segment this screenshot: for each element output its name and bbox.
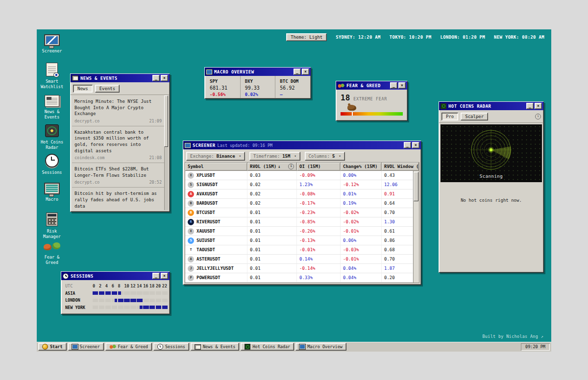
taskbar-button-screener[interactable]: Screener [68,343,104,351]
minimize-button[interactable]: _ [294,69,301,75]
sessions-titlebar[interactable]: SESSIONS _ × [61,272,170,280]
filter-exchange[interactable]: Exchange:Binance▾ [186,152,245,161]
column-header-rvol-window-15m[interactable]: RVOL Window (15M)i [382,163,419,171]
clock-icon [157,344,163,350]
session-block [149,291,155,295]
taskbar-button-fear-greed[interactable]: Fear & Greed [105,343,152,351]
column-header-rvol-15m[interactable]: RVOL (15M)↓i [247,163,297,171]
close-button[interactable]: × [161,273,168,279]
fear-greed-label: EXTREME FEAR [353,96,387,101]
table-row[interactable]: SSIGNUSDT0.021.23%-0.12%12.06 [185,180,413,190]
window-screener: SCREENER Last updated: 09:16 PM _ × Exch… [183,141,421,285]
newspaper-icon [45,95,59,107]
column-header-symbol[interactable]: Symbol [185,163,247,171]
news-item[interactable]: Kazakhstan central bank to invest $350 m… [72,126,164,163]
calculator-icon [46,213,58,226]
screener-titlebar[interactable]: SCREENER Last updated: 09:16 PM _ × [183,141,421,149]
news-scrollbar[interactable] [164,95,168,210]
desktop-icon-screener[interactable]: Screener [38,34,66,54]
fear-greed-titlebar[interactable]: FEAR & GREED _ × [336,81,407,90]
filter-timeframe[interactable]: Timeframe:15M▾ [249,152,300,161]
session-block [124,291,129,295]
screener-scrollbar-thumb[interactable] [414,172,418,201]
filter-columns[interactable]: Columns:5▾ [305,152,345,161]
minimize-button[interactable]: _ [152,273,160,279]
desktop-icon-news-events[interactable]: News & Events [38,95,66,120]
tab-events[interactable]: Events [95,85,120,93]
macro-monitor-icon [44,183,60,194]
window-macro-overview: MACRO OVERVIEW _ × SPY681.31-0.56%DXY99.… [204,67,311,99]
column-header-change-15m[interactable]: Change% (15M) [341,163,382,171]
start-button[interactable]: Start [38,343,67,351]
table-row[interactable]: RRIVERUSDT0.01-0.85%-0.02%1.30 [185,217,413,227]
rvol-cell: 0.01 [247,208,297,217]
table-row[interactable]: PPOWERUSDT0.010.33%0.04%0.20 [185,273,413,283]
taskbar-button-sessions[interactable]: Sessions [153,343,189,351]
table-row[interactable]: SSUIUSDT0.01-0.13%0.06%0.86 [185,236,413,245]
column-header-oi-15m[interactable]: OI (15M) [297,163,341,171]
tab-scalper[interactable]: Scalper [461,113,488,120]
news-timestamp: 21:09 [149,119,162,123]
radar-titlebar[interactable]: HOT COINS RADAR _ × [439,102,543,110]
macro-metric-dxy: DXY99.330.02% [241,76,276,98]
desktop-icon-smart-watchlist[interactable]: Smart Watchlist [38,63,66,90]
table-row[interactable]: BBARDUSDT0.02-0.17%0.19%0.64 [185,199,413,208]
close-button[interactable]: × [412,142,419,148]
table-row[interactable]: AASTERUSDT0.010.14%-0.01%0.70 [185,255,413,264]
info-icon[interactable]: i [535,114,541,119]
world-clock-0: SYDNEY: 12:20 AM [336,35,381,40]
info-icon[interactable]: i [288,164,294,169]
table-row[interactable]: XXAUUSDT0.01-0.26%-0.01%0.61 [185,227,413,236]
macro-metric-btc-dom: BTC DOM56.92– [275,76,310,98]
radar-icon [245,344,250,350]
fear-greed-marker [352,112,353,116]
change-cell: 0.06% [341,236,382,245]
symbol-cell: JJELLYJELLYUSDT [185,264,247,273]
desktop-icon-fear-greed[interactable]: Fear & Greed [38,242,66,265]
table-row[interactable]: TTAOUSDT0.01-0.01%-0.03%0.68 [185,245,413,255]
taskbar-button-label: Screener [80,344,100,349]
table-row[interactable]: BBTCUSDT0.01-0.23%-0.02%0.70 [185,208,413,217]
close-button[interactable]: × [398,82,406,89]
news-item[interactable]: Morning Minute: The NYSE Just Bought Int… [72,95,164,126]
tab-news[interactable]: News [73,85,93,93]
minimize-button[interactable]: _ [526,103,534,109]
close-button[interactable]: × [535,103,542,109]
session-bar [93,291,168,295]
minimize-button[interactable]: _ [390,82,397,89]
coin-badge: B [188,200,194,207]
metric-value: 56.92 [280,85,306,91]
news-scrollbar-thumb[interactable] [164,95,168,147]
taskbar-button-macro-overview[interactable]: Macro Overview [295,343,346,351]
news-headline: Morning Minute: The NYSE Just Bought Int… [74,98,162,117]
news-titlebar[interactable]: NEWS & EVENTS _ × [71,74,170,82]
minimize-button[interactable]: _ [404,142,411,148]
screener-last-updated: Last updated: 09:16 PM [218,143,273,148]
table-row[interactable]: AAVAXUSDT0.02-0.08%0.01%0.91 [185,190,413,199]
table-row[interactable]: XXPLUSDT0.03-0.09%0.00%0.43 [185,171,413,180]
taskbar-button-news-events[interactable]: News & Events [191,343,240,351]
credit-link[interactable]: Built by Nicholas Ang ↗ [482,334,543,339]
table-row[interactable]: JJELLYJELLYUSDT0.01-0.14%0.04%1.87 [185,264,413,273]
close-button[interactable]: × [161,75,168,81]
taskbar-button-hot-coins-radar[interactable]: Hot Coins Radar [241,343,294,351]
session-name: LONDON [65,298,93,303]
desktop-icon-macro[interactable]: Macro [38,183,66,202]
minimize-button[interactable]: _ [152,75,160,81]
macro-titlebar[interactable]: MACRO OVERVIEW _ × [205,68,311,76]
theme-toggle-button[interactable]: Theme: Light [286,33,327,41]
chevron-down-icon: ▾ [239,154,241,158]
close-button[interactable]: × [302,69,309,75]
monitor-icon [299,344,305,349]
tab-pro[interactable]: Pro [441,113,458,120]
change-cell: -0.05% [341,283,382,283]
news-item[interactable]: Bitcoin hit by short-termism as rally fa… [72,188,164,210]
rvol-cell: 0.01 [247,227,297,236]
filter-label: Exchange: [190,154,214,159]
screener-scrollbar[interactable] [413,171,419,283]
news-item[interactable]: Bitcoin ETFs Shed $228M, But Longer-Term… [72,163,164,188]
desktop-icon-hot-coins-radar[interactable]: Hot Coins Radar [38,124,66,150]
desktop-icon-risk-manager[interactable]: Risk Manager [38,213,66,239]
desktop-icon-sessions[interactable]: Sessions [38,154,66,175]
table-row[interactable]: PPUMPUSDT0.000.07%-0.05%1.18 [185,283,413,283]
